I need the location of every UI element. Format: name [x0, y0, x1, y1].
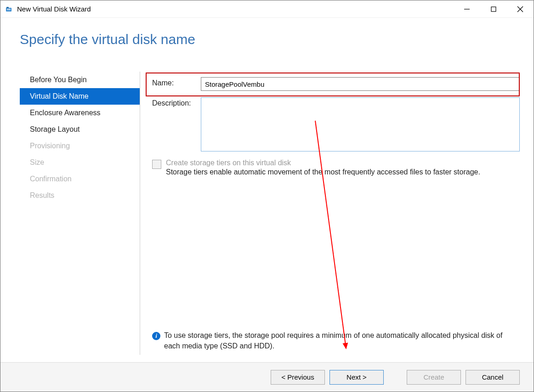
- close-button[interactable]: [507, 0, 534, 18]
- wizard-steps-sidebar: Before You Begin Virtual Disk Name Enclo…: [20, 72, 140, 355]
- titlebar-controls: [454, 0, 534, 18]
- footer: < Previous Next > Create Cancel: [0, 362, 534, 392]
- body-area: Before You Begin Virtual Disk Name Enclo…: [20, 72, 520, 355]
- step-virtual-disk-name[interactable]: Virtual Disk Name: [20, 88, 140, 105]
- main-panel: Name: Description: Create storage tiers …: [140, 72, 520, 355]
- maximize-button[interactable]: [480, 0, 507, 18]
- info-icon: i: [152, 332, 160, 340]
- page-heading: Specify the virtual disk name: [0, 18, 534, 47]
- storage-tiers-checkbox-desc: Storage tiers enable automatic movement …: [166, 167, 520, 177]
- svg-rect-1: [6, 7, 9, 8]
- svg-rect-3: [7, 10, 11, 10]
- description-label: Description:: [152, 97, 201, 107]
- svg-rect-5: [491, 7, 496, 11]
- app-icon: [5, 5, 13, 13]
- info-text: To use storage tiers, the storage pool r…: [164, 330, 520, 351]
- step-enclosure-awareness[interactable]: Enclosure Awareness: [20, 105, 140, 121]
- description-input[interactable]: [201, 97, 520, 151]
- cancel-button[interactable]: Cancel: [466, 370, 520, 385]
- step-size: Size: [20, 154, 140, 171]
- step-confirmation: Confirmation: [20, 171, 140, 187]
- info-message: i To use storage tiers, the storage pool…: [152, 330, 520, 351]
- minimize-button[interactable]: [454, 0, 480, 18]
- step-storage-layout[interactable]: Storage Layout: [20, 121, 140, 138]
- titlebar: New Virtual Disk Wizard: [0, 0, 534, 18]
- svg-rect-2: [7, 9, 11, 9]
- storage-tiers-checkbox: [152, 160, 161, 169]
- wizard-window: New Virtual Disk Wizard Specify the virt…: [0, 0, 534, 392]
- storage-tiers-checkbox-label: Create storage tiers on this virtual dis…: [166, 159, 520, 167]
- step-before-you-begin[interactable]: Before You Begin: [20, 72, 140, 88]
- window-title: New Virtual Disk Wizard: [17, 5, 91, 13]
- storage-tiers-option: Create storage tiers on this virtual dis…: [152, 159, 520, 177]
- create-button: Create: [407, 370, 461, 385]
- previous-button[interactable]: < Previous: [271, 370, 325, 385]
- name-input[interactable]: [201, 77, 520, 91]
- step-provisioning: Provisioning: [20, 138, 140, 154]
- next-button[interactable]: Next >: [329, 370, 384, 385]
- name-label: Name:: [152, 77, 201, 87]
- step-results: Results: [20, 187, 140, 204]
